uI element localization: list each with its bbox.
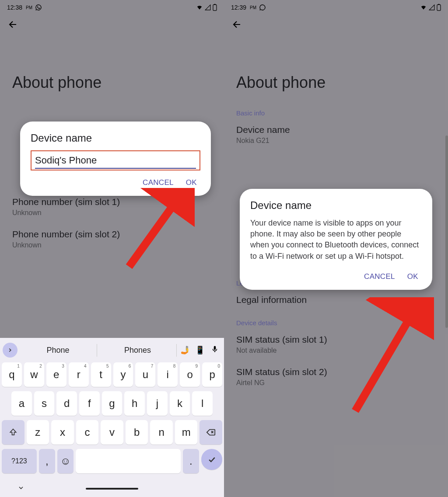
shift-key[interactable] <box>2 420 24 445</box>
battery-icon <box>213 4 217 11</box>
section-basic-info: Basic info <box>224 109 448 125</box>
device-name-dialog: Device name CANCEL OK <box>20 122 211 196</box>
setting-title: Legal information <box>236 295 436 305</box>
setting-title: Phone number (sim slot 1) <box>12 197 212 207</box>
kb-suggestion[interactable]: Phone <box>19 344 97 357</box>
nav-handle[interactable] <box>86 488 138 490</box>
key-x[interactable]: x <box>51 420 74 445</box>
key-g[interactable]: g <box>102 391 122 416</box>
back-button[interactable] <box>231 18 243 31</box>
ok-button[interactable]: OK <box>186 178 197 187</box>
key-p[interactable]: p0 <box>202 362 222 387</box>
svg-rect-0 <box>213 5 217 11</box>
backspace-key[interactable] <box>200 420 222 445</box>
kb-expand-icon[interactable] <box>3 343 18 358</box>
key-v[interactable]: v <box>101 420 123 445</box>
setting-title: SIM status (sim slot 2) <box>236 367 436 377</box>
key-t[interactable]: t5 <box>91 362 111 387</box>
key-u[interactable]: u7 <box>135 362 155 387</box>
battery-icon <box>437 4 441 11</box>
ok-button[interactable]: OK <box>407 272 418 281</box>
key-o[interactable]: o9 <box>180 362 200 387</box>
whatsapp-icon <box>259 4 266 11</box>
key-j[interactable]: j <box>147 391 168 416</box>
setting-device-name[interactable]: Device name Nokia G21 <box>224 125 448 157</box>
status-pm: PM <box>26 5 32 10</box>
device-name-info-dialog: Device name Your device name is visible … <box>240 189 432 290</box>
setting-sub: Nokia G21 <box>236 137 436 145</box>
status-bar: 12:39PM <box>224 0 448 13</box>
setting-title: Phone number (sim slot 2) <box>12 229 212 240</box>
kb-emoji-suggestion[interactable]: 🤳 <box>178 345 192 355</box>
key-w[interactable]: w2 <box>24 362 44 387</box>
setting-legal-info[interactable]: Legal information <box>224 295 448 319</box>
kb-collapse-icon[interactable] <box>18 484 24 493</box>
scrollbar[interactable] <box>445 136 448 328</box>
section-device-details: Device details <box>224 319 448 334</box>
setting-sub: Unknown <box>12 241 212 249</box>
setting-item[interactable]: Phone number (sim slot 1) Unknown <box>0 197 224 229</box>
setting-sub: Airtel NG <box>236 379 436 387</box>
setting-sim1[interactable]: SIM status (sim slot 1) Not available <box>224 334 448 367</box>
kb-suggestion[interactable]: Phones <box>99 344 177 357</box>
cancel-button[interactable]: CANCEL <box>364 272 395 281</box>
enter-key[interactable] <box>201 449 222 470</box>
dialog-title: Device name <box>250 199 422 212</box>
highlight-box <box>31 150 200 170</box>
wifi-icon <box>420 4 427 10</box>
status-time: 12:39 <box>231 4 246 11</box>
key-i[interactable]: i8 <box>158 362 178 387</box>
mic-icon[interactable] <box>208 345 221 355</box>
dialog-title: Device name <box>31 132 200 144</box>
status-pm: PM <box>250 5 256 10</box>
key-y[interactable]: y6 <box>113 362 133 387</box>
setting-sub: Not available <box>236 347 436 355</box>
whatsapp-icon <box>35 4 42 11</box>
svg-rect-3 <box>437 5 441 11</box>
key-h[interactable]: h <box>124 391 145 416</box>
setting-title: SIM status (sim slot 1) <box>236 334 436 345</box>
wifi-icon <box>196 4 203 10</box>
emoji-key[interactable]: ☺ <box>57 449 74 473</box>
keyboard: Phone Phones 🤳 📱 q1w2e3r4t5y6u7i8o9p0 as… <box>0 338 224 497</box>
key-s[interactable]: s <box>34 391 55 416</box>
kb-emoji-suggestion[interactable]: 📱 <box>193 345 206 355</box>
dialog-body: Your device name is visible to apps on y… <box>250 218 422 262</box>
key-m[interactable]: m <box>175 420 198 445</box>
space-key[interactable] <box>76 449 180 473</box>
svg-rect-4 <box>438 4 439 5</box>
device-name-input[interactable] <box>35 154 196 169</box>
period-key[interactable]: . <box>183 449 199 473</box>
key-r[interactable]: r4 <box>69 362 89 387</box>
screen-left: 12:38PM About phone Phone number (sim sl… <box>0 0 224 497</box>
key-b[interactable]: b <box>126 420 148 445</box>
signal-icon <box>429 4 435 10</box>
key-d[interactable]: d <box>56 391 77 416</box>
key-q[interactable]: q1 <box>2 362 22 387</box>
page-title: About phone <box>224 34 448 109</box>
back-button[interactable] <box>7 18 19 31</box>
page-title: About phone <box>0 34 224 109</box>
setting-item[interactable]: Phone number (sim slot 2) Unknown <box>0 229 224 261</box>
key-c[interactable]: c <box>76 420 99 445</box>
setting-sim2[interactable]: SIM status (sim slot 2) Airtel NG <box>224 367 448 399</box>
symbols-key[interactable]: ?123 <box>2 449 37 473</box>
screen-right: 12:39PM About phone Basic info Device na… <box>224 0 448 497</box>
key-n[interactable]: n <box>150 420 173 445</box>
key-k[interactable]: k <box>170 391 190 416</box>
cancel-button[interactable]: CANCEL <box>143 178 174 187</box>
status-bar: 12:38PM <box>0 0 224 13</box>
signal-icon <box>205 4 211 10</box>
key-z[interactable]: z <box>27 420 49 445</box>
status-time: 12:38 <box>7 4 22 11</box>
key-a[interactable]: a <box>11 391 32 416</box>
key-l[interactable]: l <box>192 391 213 416</box>
svg-rect-1 <box>214 4 215 5</box>
setting-title: Device name <box>236 125 436 135</box>
setting-sub: Unknown <box>12 209 212 217</box>
key-f[interactable]: f <box>79 391 100 416</box>
comma-key[interactable]: , <box>39 449 55 473</box>
key-e[interactable]: e3 <box>46 362 66 387</box>
